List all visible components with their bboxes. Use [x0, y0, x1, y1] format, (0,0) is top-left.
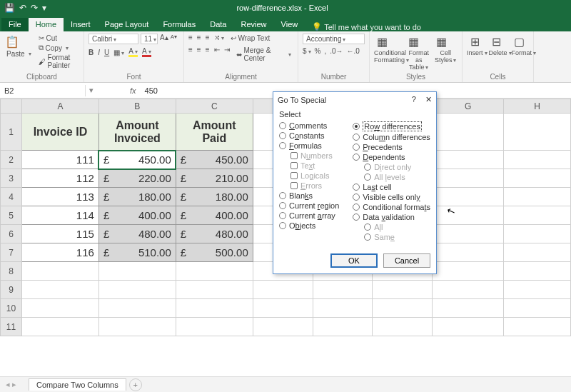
- cell-c5[interactable]: £400.00: [176, 206, 253, 225]
- font-name-select[interactable]: Calibri: [89, 34, 138, 44]
- insert-cells-button[interactable]: ⊞Insert: [467, 34, 487, 56]
- cell-c6[interactable]: £480.00: [176, 225, 253, 243]
- col-header-b[interactable]: B: [98, 99, 176, 114]
- tab-review[interactable]: Review: [233, 18, 273, 31]
- increase-decimal-icon[interactable]: .0→: [330, 47, 343, 55]
- row-header-3[interactable]: 3: [1, 169, 22, 188]
- font-color-button[interactable]: A: [142, 47, 151, 57]
- cell-g1[interactable]: [433, 114, 504, 151]
- cell-d10[interactable]: [253, 299, 313, 318]
- align-middle-icon[interactable]: ≡: [197, 34, 201, 43]
- cell-g3[interactable]: [433, 169, 504, 188]
- tab-data[interactable]: Data: [203, 18, 233, 31]
- cell-g8[interactable]: [433, 262, 504, 281]
- row-header-7[interactable]: 7: [1, 243, 22, 262]
- delete-cells-button[interactable]: ⊟Delete: [489, 34, 510, 56]
- col-header-h[interactable]: H: [504, 99, 571, 114]
- conditional-formatting-button[interactable]: ▦Conditional Formatting: [374, 34, 404, 71]
- opt-column-differences[interactable]: Column differences: [353, 132, 430, 142]
- opt-precedents[interactable]: Precedents: [353, 142, 430, 152]
- opt-conditional-formats[interactable]: Conditional formats: [353, 202, 430, 212]
- cell-f11[interactable]: [373, 318, 433, 336]
- row-header-5[interactable]: 5: [1, 206, 22, 225]
- opt-objects[interactable]: Objects: [279, 221, 347, 231]
- col-header-c[interactable]: C: [176, 99, 253, 114]
- cell-b2[interactable]: £450.00: [98, 151, 176, 169]
- row-header-6[interactable]: 6: [1, 225, 22, 243]
- opt-visible-cells[interactable]: Visible cells only: [353, 192, 430, 202]
- cell-g11[interactable]: [433, 318, 504, 336]
- align-right-icon[interactable]: ≡: [206, 46, 210, 63]
- col-header-a[interactable]: A: [21, 99, 98, 114]
- tab-insert[interactable]: Insert: [64, 18, 98, 31]
- cell-g9[interactable]: [433, 281, 504, 299]
- row-header-10[interactable]: 10: [1, 299, 22, 318]
- decrease-indent-icon[interactable]: ⇤: [214, 46, 220, 63]
- cell-b1[interactable]: Amount Invoiced: [98, 114, 176, 151]
- format-as-table-button[interactable]: ▦Format as Table: [405, 34, 432, 71]
- cell-c4[interactable]: £180.00: [176, 188, 253, 206]
- paste-button[interactable]: Paste: [4, 49, 34, 59]
- opt-formulas[interactable]: Formulas: [279, 141, 347, 151]
- opt-comments[interactable]: CCommentsomments: [279, 121, 347, 131]
- cut-button[interactable]: ✂Cut: [36, 34, 60, 43]
- cell-h5[interactable]: [504, 206, 571, 225]
- align-top-icon[interactable]: ≡: [188, 34, 193, 43]
- cell-g6[interactable]: [433, 225, 504, 243]
- name-box-dropdown-icon[interactable]: ▾: [86, 86, 97, 95]
- bold-button[interactable]: B: [89, 49, 94, 56]
- row-header-4[interactable]: 4: [1, 188, 22, 206]
- cell-b10[interactable]: [98, 299, 176, 318]
- cell-h10[interactable]: [504, 299, 571, 318]
- cell-a2[interactable]: 111: [21, 151, 98, 169]
- save-icon[interactable]: 💾: [4, 3, 15, 13]
- align-center-icon[interactable]: ≡: [197, 46, 201, 63]
- increase-font-icon[interactable]: A▴: [160, 34, 168, 44]
- cell-h8[interactable]: [504, 262, 571, 281]
- opt-last-cell[interactable]: Last cell: [353, 182, 430, 192]
- cell-a4[interactable]: 113: [21, 188, 98, 206]
- cell-a8[interactable]: [21, 262, 98, 281]
- cell-c2[interactable]: £450.00: [176, 151, 253, 169]
- tab-view[interactable]: View: [274, 18, 305, 31]
- cell-b3[interactable]: £220.00: [98, 169, 176, 188]
- row-header-2[interactable]: 2: [1, 151, 22, 169]
- opt-row-differences[interactable]: Row differences: [353, 121, 430, 132]
- cell-h4[interactable]: [504, 188, 571, 206]
- cell-h11[interactable]: [504, 318, 571, 336]
- cell-g4[interactable]: [433, 188, 504, 206]
- tab-file[interactable]: File: [1, 18, 29, 31]
- cell-b5[interactable]: £400.00: [98, 206, 176, 225]
- cell-c10[interactable]: [176, 299, 253, 318]
- cell-styles-button[interactable]: ▦Cell Styles: [433, 34, 458, 71]
- cell-g2[interactable]: [433, 151, 504, 169]
- undo-icon[interactable]: ↶: [19, 3, 26, 13]
- cell-a11[interactable]: [21, 318, 98, 336]
- tab-formulas[interactable]: Formulas: [156, 18, 203, 31]
- cell-c8[interactable]: [176, 262, 253, 281]
- opt-current-region[interactable]: Current region: [279, 201, 347, 211]
- cell-h7[interactable]: [504, 243, 571, 262]
- align-bottom-icon[interactable]: ≡: [206, 34, 210, 43]
- tab-page-layout[interactable]: Page Layout: [98, 18, 156, 31]
- cell-e9[interactable]: [313, 281, 373, 299]
- fx-icon[interactable]: fx: [126, 86, 141, 95]
- cell-b8[interactable]: [98, 262, 176, 281]
- cell-a1[interactable]: Invoice ID: [21, 114, 98, 151]
- orientation-icon[interactable]: ⤭: [214, 34, 224, 43]
- comma-format-icon[interactable]: ,: [324, 47, 326, 55]
- opt-current-array[interactable]: Current array: [279, 211, 347, 221]
- format-painter-button[interactable]: 🖌Format Painter: [36, 53, 79, 70]
- copy-button[interactable]: ⧉Copy: [36, 43, 71, 53]
- redo-icon[interactable]: ↷: [31, 3, 38, 13]
- row-header-1[interactable]: 1: [1, 114, 22, 151]
- row-header-11[interactable]: 11: [1, 318, 22, 336]
- add-sheet-button[interactable]: +: [129, 378, 142, 391]
- row-header-9[interactable]: 9: [1, 281, 22, 299]
- select-all-corner[interactable]: [1, 99, 22, 114]
- cell-b9[interactable]: [98, 281, 176, 299]
- cell-d11[interactable]: [253, 318, 313, 336]
- cell-g5[interactable]: [433, 206, 504, 225]
- cell-c9[interactable]: [176, 281, 253, 299]
- cell-g7[interactable]: [433, 243, 504, 262]
